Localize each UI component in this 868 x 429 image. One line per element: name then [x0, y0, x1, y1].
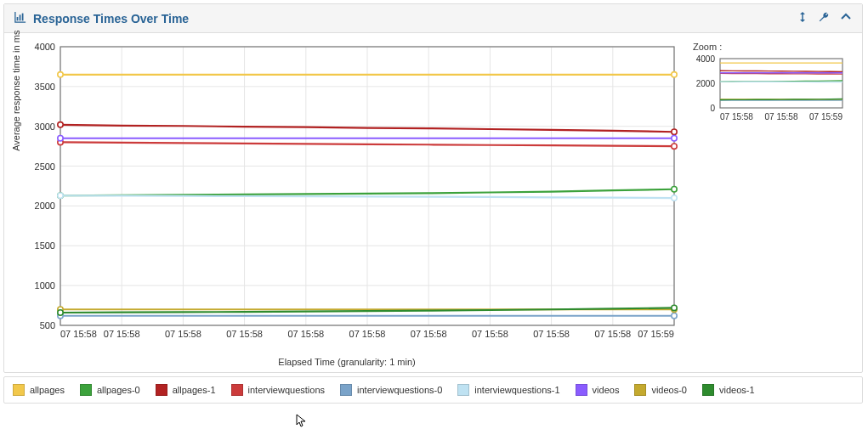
svg-text:07 15:58: 07 15:58	[720, 112, 753, 121]
svg-text:07 15:59: 07 15:59	[638, 329, 674, 339]
legend-label: interviewquestions-1	[474, 385, 559, 395]
svg-point-53	[58, 193, 63, 198]
svg-point-52	[672, 313, 677, 319]
zoom-panel: Zoom : 02000400007 15:5807 15:5807 15:59	[693, 42, 846, 367]
zoom-chart[interactable]: 02000400007 15:5807 15:5807 15:59	[693, 55, 846, 123]
svg-text:07 15:58: 07 15:58	[594, 329, 631, 339]
svg-rect-2	[22, 14, 24, 21]
legend-swatch	[576, 384, 587, 396]
svg-text:07 15:59: 07 15:59	[809, 112, 842, 121]
svg-text:07 15:58: 07 15:58	[287, 329, 324, 339]
legend-item-videos-1[interactable]: videos-1	[702, 384, 755, 396]
resize-vertical-icon[interactable]	[797, 11, 808, 25]
panel-title-text: Response Times Over Time	[33, 12, 189, 25]
legend-swatch	[702, 384, 714, 396]
legend: allpagesallpages-0allpages-1interviewque…	[3, 376, 863, 404]
legend-label: videos-0	[651, 385, 687, 395]
panel-actions	[797, 11, 852, 25]
svg-rect-0	[17, 17, 19, 20]
y-axis-label: Average response time in ms	[11, 31, 21, 151]
legend-swatch	[457, 384, 469, 396]
svg-text:1500: 1500	[35, 240, 55, 251]
main-chart[interactable]: 500100015002000250030003500400007 15:580…	[11, 42, 683, 347]
panel-title: Response Times Over Time	[14, 11, 189, 25]
svg-text:07 15:58: 07 15:58	[765, 112, 798, 121]
main-chart-wrap: Average response time in ms 500100015002…	[11, 42, 683, 367]
legend-swatch	[13, 384, 25, 396]
legend-swatch	[634, 384, 646, 396]
x-axis-label: Elapsed Time (granularity: 1 min)	[11, 357, 683, 367]
legend-label: interviewquestions	[248, 385, 326, 395]
svg-point-44	[672, 72, 677, 77]
svg-text:4000: 4000	[696, 55, 716, 64]
legend-label: allpages-0	[97, 385, 140, 395]
legend-item-videos-0[interactable]: videos-0	[634, 384, 687, 396]
svg-text:2500: 2500	[35, 161, 55, 172]
svg-point-46	[672, 187, 677, 192]
svg-text:07 15:58: 07 15:58	[60, 329, 97, 339]
legend-item-interviewquestions-1[interactable]: interviewquestions-1	[457, 384, 559, 396]
chevron-up-icon[interactable]	[840, 11, 852, 25]
svg-text:07 15:58: 07 15:58	[226, 329, 263, 339]
svg-point-55	[58, 136, 63, 141]
legend-swatch	[231, 384, 243, 396]
svg-text:07 15:58: 07 15:58	[349, 329, 386, 339]
legend-label: allpages-1	[173, 385, 216, 395]
svg-point-50	[672, 144, 677, 149]
svg-text:07 15:58: 07 15:58	[104, 329, 140, 339]
svg-point-59	[58, 310, 63, 315]
svg-point-60	[672, 305, 677, 310]
svg-text:3000: 3000	[35, 121, 55, 132]
panel-body: Average response time in ms 500100015002…	[4, 33, 862, 372]
svg-text:2000: 2000	[35, 200, 55, 211]
zoom-label: Zoom :	[693, 42, 846, 52]
svg-point-56	[672, 136, 677, 141]
svg-text:0: 0	[710, 104, 715, 113]
legend-item-interviewquestions-0[interactable]: interviewquestions-0	[340, 384, 442, 396]
legend-swatch	[80, 384, 92, 396]
svg-point-54	[672, 195, 677, 200]
svg-text:2000: 2000	[696, 79, 716, 88]
svg-text:1000: 1000	[35, 280, 55, 291]
svg-text:07 15:58: 07 15:58	[533, 329, 570, 339]
svg-text:500: 500	[40, 320, 55, 330]
legend-swatch	[156, 384, 167, 396]
legend-item-allpages-0[interactable]: allpages-0	[80, 384, 140, 396]
svg-text:07 15:58: 07 15:58	[472, 329, 508, 339]
legend-label: allpages	[30, 385, 65, 395]
legend-item-allpages[interactable]: allpages	[13, 384, 65, 396]
panel-header: Response Times Over Time	[4, 4, 862, 33]
legend-item-allpages-1[interactable]: allpages-1	[156, 384, 216, 396]
svg-text:07 15:58: 07 15:58	[411, 329, 447, 339]
svg-text:3500: 3500	[35, 82, 55, 92]
svg-rect-1	[20, 14, 21, 20]
wrench-icon[interactable]	[818, 11, 830, 25]
legend-item-videos[interactable]: videos	[576, 384, 620, 396]
legend-swatch	[340, 384, 352, 396]
svg-point-43	[58, 72, 63, 77]
legend-label: interviewquestions-0	[357, 385, 442, 395]
svg-point-47	[58, 122, 63, 127]
legend-label: videos-1	[719, 385, 755, 395]
svg-point-48	[672, 129, 677, 134]
bar-chart-icon	[14, 11, 26, 25]
svg-text:07 15:58: 07 15:58	[165, 329, 201, 339]
svg-text:4000: 4000	[35, 42, 55, 52]
response-times-panel: Response Times Over Time Average respons…	[3, 3, 863, 373]
legend-item-interviewquestions[interactable]: interviewquestions	[231, 384, 326, 396]
legend-label: videos	[593, 385, 620, 395]
